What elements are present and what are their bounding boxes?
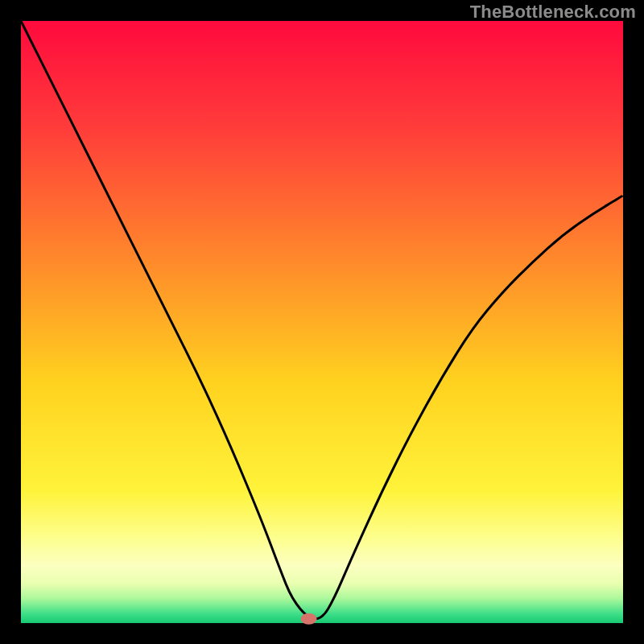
chart-frame: TheBottleneck.com <box>0 0 644 644</box>
bottleneck-chart <box>0 0 644 644</box>
optimal-point-marker <box>301 613 317 625</box>
plot-background <box>21 21 623 623</box>
